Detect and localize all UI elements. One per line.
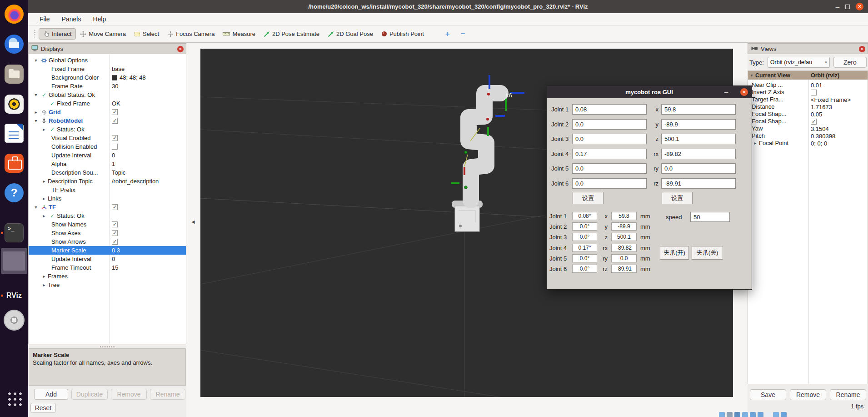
remove-tool-button[interactable]: − [455, 30, 471, 39]
tree-row-alpha[interactable]: Alpha1 [29, 160, 186, 168]
panel-splitter[interactable] [28, 345, 186, 348]
displays-tree[interactable]: ▾Global OptionsFixed FramebaseBackground… [28, 54, 186, 344]
tree-row-links[interactable]: ▸Links [29, 194, 186, 203]
duplicate-button[interactable]: Duplicate [71, 389, 108, 400]
tree-collapsed-arrow[interactable]: ▸ [40, 274, 48, 279]
displays-panel-close-icon[interactable]: ✕ [177, 46, 184, 52]
coord-y-input[interactable]: -89.9 [661, 119, 736, 130]
tree-row-status-ok[interactable]: ▸✓Status: Ok [29, 125, 186, 134]
tree-row-frames[interactable]: ▸Frames [29, 272, 186, 281]
dock-thunderbird-icon[interactable] [0, 33, 28, 55]
tool-2d-pose-estimate-button[interactable]: 2D Pose Estimate [259, 29, 324, 39]
checkbox[interactable]: ✓ [112, 230, 118, 236]
tree-expanded-arrow[interactable]: ▾ [748, 73, 755, 78]
tree-expanded-arrow[interactable]: ▾ [32, 205, 40, 210]
tree-collapsed-arrow[interactable]: ▸ [752, 141, 759, 146]
window-close-icon[interactable]: ✕ [856, 3, 863, 10]
tool-focus-camera-button[interactable]: Focus Camera [163, 29, 219, 39]
tree-row-robotmodel[interactable]: ▾RobotModel✓ [29, 116, 186, 125]
tree-row-update-interval[interactable]: Update Interval0 [29, 151, 186, 160]
tree-row-frame-timeout[interactable]: Frame Timeout15 [29, 263, 186, 272]
mycobot-gui-dialog[interactable]: mycobot ros GUI – ✕ Joint 10.08x59.8Join… [546, 85, 752, 290]
gripper-open-button[interactable]: 夹爪(开) [660, 246, 689, 260]
tree-expanded-arrow[interactable]: ▾ [32, 118, 40, 123]
checkbox[interactable]: ✓ [112, 135, 118, 141]
tool-interact-button[interactable]: Interact [39, 28, 76, 40]
coord-ry-input[interactable]: 0.0 [661, 163, 736, 174]
gripper-close-button[interactable]: 夹爪(关) [692, 246, 723, 260]
dock-activewin-icon[interactable] [0, 247, 28, 275]
tree-collapsed-arrow[interactable]: ▸ [40, 282, 48, 287]
tree-row-collision-enabled[interactable]: Collision Enabled [29, 142, 186, 151]
tree-row-tree[interactable]: ▸Tree [29, 281, 186, 289]
tree-row-grid[interactable]: ▸Grid✓ [29, 108, 186, 116]
tree-row-description-sou[interactable]: Description Sou...Topic [29, 168, 186, 177]
window-maximize-icon[interactable] [845, 5, 850, 9]
coord-rz-input[interactable]: -89.91 [661, 178, 736, 189]
menu-help[interactable]: Help [89, 15, 110, 24]
views-tree[interactable]: ▾ Current View Orbit (rviz) Near Clip ..… [748, 70, 868, 384]
taskbar-window-icon[interactable] [727, 412, 733, 417]
tree-row-tf-prefix[interactable]: TF Prefix [29, 186, 186, 194]
toolbar-drag-handle[interactable] [34, 29, 36, 39]
views-panel-close-icon[interactable]: ✕ [859, 46, 865, 52]
dialog-minimize-icon[interactable]: – [724, 88, 728, 95]
save-button[interactable]: Save [750, 389, 786, 400]
joint-1-input[interactable]: 0.08 [572, 104, 647, 115]
dock-disc-icon[interactable] [0, 309, 28, 331]
tree-row-description-topic[interactable]: ▸Description Topic/robot_description [29, 177, 186, 186]
tree-row-show-names[interactable]: Show Names✓ [29, 220, 186, 229]
tree-row-focal-shap[interactable]: Focal Shap...✓ [748, 117, 868, 125]
tree-expanded-arrow[interactable]: ▾ [32, 92, 40, 97]
menu-file[interactable]: File [35, 15, 54, 24]
tree-row-show-arrows[interactable]: Show Arrows✓ [29, 237, 186, 246]
zero-button[interactable]: Zero [833, 57, 867, 68]
tool-publish-point-button[interactable]: Publish Point [377, 29, 428, 39]
window-minimize-icon[interactable]: – [836, 5, 839, 9]
tool-measure-button[interactable]: Measure [219, 29, 259, 39]
add-button[interactable]: Add [34, 389, 68, 400]
joint-3-input[interactable]: 0.0 [572, 134, 647, 144]
reset-button[interactable]: Reset [30, 403, 56, 413]
tree-row-tf[interactable]: ▾TF✓ [29, 203, 186, 211]
dock-files-icon[interactable] [0, 63, 28, 85]
checkbox[interactable]: ✓ [811, 119, 817, 125]
dock-software-icon[interactable] [0, 152, 28, 174]
dialog-titlebar[interactable]: mycobot ros GUI – ✕ [547, 86, 752, 98]
tree-collapsed-arrow[interactable]: ▸ [40, 213, 48, 218]
checkbox[interactable] [811, 90, 817, 95]
taskbar-window-icon[interactable] [734, 412, 740, 417]
tree-row-marker-scale[interactable]: Marker Scale0.3 [29, 246, 186, 255]
remove-button[interactable]: Remove [111, 389, 147, 400]
displays-panel-titlebar[interactable]: Displays ✕ [28, 43, 186, 54]
tool-2d-goal-pose-button[interactable]: 2D Goal Pose [324, 29, 377, 39]
window-titlebar[interactable]: /home/u20/colcon_ws/install/mycobot_320/… [28, 0, 868, 13]
dock-firefox-icon[interactable] [0, 3, 28, 25]
tree-row-visual-enabled[interactable]: Visual Enabled✓ [29, 134, 186, 142]
dock-libreoffice-icon[interactable] [0, 122, 28, 144]
tool-move-camera-button[interactable]: Move Camera [76, 29, 130, 39]
dock-appgrid-icon[interactable] [0, 387, 28, 409]
taskbar-window-icon[interactable] [742, 412, 748, 417]
add-tool-button[interactable]: + [440, 30, 455, 39]
tree-row-fixed-frame[interactable]: ✓Fixed FrameOK [29, 99, 186, 108]
tree-collapsed-arrow[interactable]: ▸ [40, 196, 48, 201]
rename-button[interactable]: Rename [150, 389, 185, 400]
views-panel-titlebar[interactable]: Views ✕ [748, 43, 868, 54]
joint-5-input[interactable]: 0.0 [572, 163, 647, 174]
set-joints-button[interactable]: 设置 [573, 192, 604, 204]
tree-row-update-interval[interactable]: Update Interval0 [29, 255, 186, 263]
view-type-dropdown[interactable]: Orbit (rviz_defau ▾ [768, 57, 830, 68]
tree-row-yaw[interactable]: Yaw3.1504 [748, 125, 868, 132]
coord-rx-input[interactable]: -89.82 [661, 149, 736, 159]
taskbar-window-icon[interactable] [781, 412, 787, 417]
dock-help-icon[interactable]: ? [0, 182, 28, 204]
tree-collapsed-arrow[interactable]: ▸ [40, 179, 48, 184]
coord-x-input[interactable]: 59.8 [661, 104, 736, 115]
taskbar-window-icon[interactable] [719, 412, 725, 417]
tree-row-global-options[interactable]: ▾Global Options [29, 56, 186, 65]
taskbar-window-icon[interactable] [758, 412, 763, 417]
tree-expanded-arrow[interactable]: ▾ [32, 58, 40, 63]
taskbar-window-icon[interactable] [773, 412, 779, 417]
rename-view-button[interactable]: Rename [830, 389, 866, 400]
